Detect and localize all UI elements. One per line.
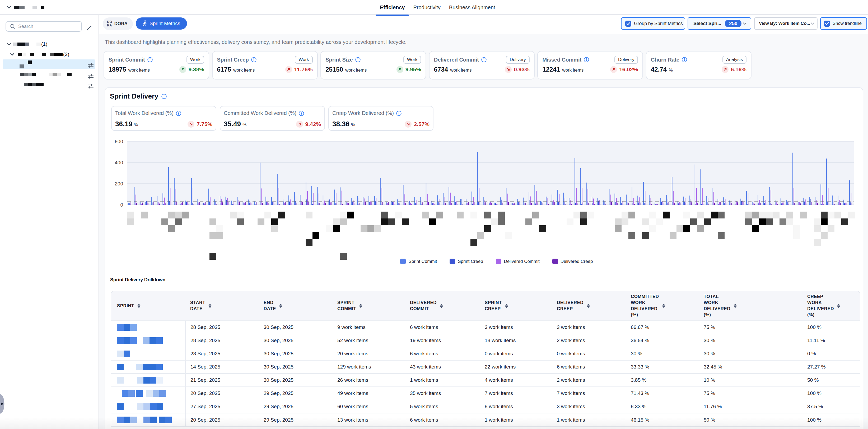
svg-text:0: 0 [120,202,123,208]
svg-text:200: 200 [115,181,123,186]
svg-text:600: 600 [115,139,123,144]
svg-text:400: 400 [115,160,123,165]
